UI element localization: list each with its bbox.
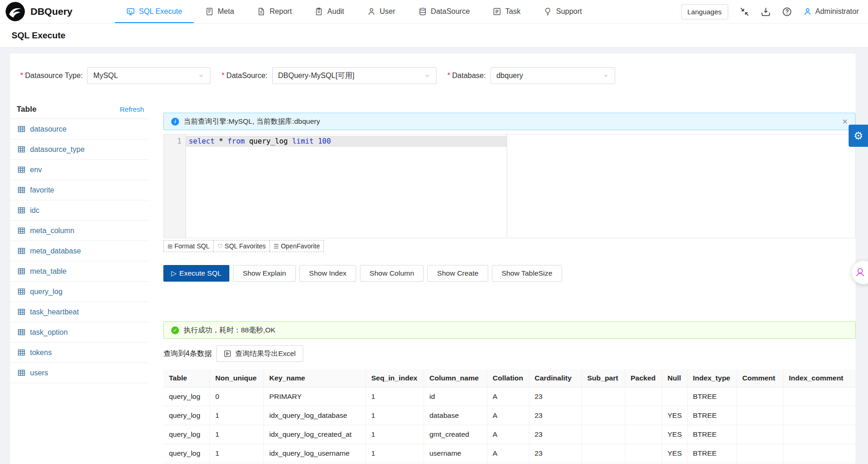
- nav-item-label: Meta: [218, 7, 234, 16]
- refresh-link[interactable]: Refresh: [120, 105, 144, 113]
- editor-gutter: 1: [164, 134, 186, 238]
- column-header-comment: Comment: [736, 369, 783, 387]
- table-icon: [18, 349, 25, 356]
- chevron-down-icon: [198, 72, 204, 79]
- required-asterisk: *: [20, 72, 23, 79]
- clipboard-icon: [315, 7, 323, 16]
- table-icon: [18, 369, 25, 377]
- nav-item-datasource[interactable]: DataSource: [407, 0, 482, 23]
- close-icon[interactable]: ×: [842, 117, 848, 126]
- database-select[interactable]: dbquery: [491, 67, 615, 84]
- app-title: DBQuery: [30, 6, 72, 17]
- table-item-meta-table[interactable]: meta_table: [10, 261, 149, 282]
- bulb-icon: [544, 7, 552, 16]
- table-item-tokens[interactable]: tokens: [10, 343, 149, 363]
- table-cell: [783, 406, 856, 425]
- execute-sql-button[interactable]: ▷ Execute SQL: [163, 265, 229, 282]
- table-icon: [18, 206, 25, 214]
- main-nav: SQL ExecuteMetaReportAuditUserDataSource…: [115, 0, 593, 23]
- column-header-seq-in-index: Seq_in_index: [365, 369, 424, 387]
- table-cell: 1: [210, 444, 263, 463]
- show-index-button[interactable]: Show Index: [299, 265, 356, 282]
- compress-icon[interactable]: [740, 7, 749, 17]
- show-explain-button[interactable]: Show Explain: [233, 265, 296, 282]
- success-message: 执行成功，耗时：88毫秒,OK: [184, 325, 275, 335]
- table-item-query-log[interactable]: query_log: [10, 282, 149, 302]
- table-item-users[interactable]: users: [10, 363, 149, 383]
- table-name: datasource_type: [30, 145, 84, 154]
- table-icon: [18, 166, 25, 174]
- datasource-select[interactable]: DBQuery-MySQL[可用]: [272, 67, 437, 84]
- database-label: *Database:: [448, 72, 486, 80]
- table-item-meta-column[interactable]: meta_column: [10, 221, 149, 241]
- table-list: datasourcedatasource_typeenvfavoriteidcm…: [10, 119, 149, 383]
- export-excel-button[interactable]: 查询结果导出Excel: [216, 345, 303, 362]
- table-cell: YES: [662, 406, 687, 425]
- datasource-type-select[interactable]: MySQL: [87, 67, 210, 84]
- chevron-down-icon: [603, 72, 609, 79]
- table-item-task-heartbeat[interactable]: task_heartbeat: [10, 302, 149, 322]
- nav-item-user[interactable]: User: [356, 0, 407, 23]
- nav-item-sql-execute[interactable]: SQL Execute: [115, 0, 194, 23]
- table-cell: 1: [365, 425, 424, 444]
- result-table: TableNon_uniqueKey_nameSeq_in_indexColum…: [163, 369, 856, 463]
- table-icon: [18, 227, 25, 235]
- table-cell: YES: [662, 444, 687, 463]
- table-name: meta_table: [30, 267, 66, 276]
- table-item-favorite[interactable]: favorite: [10, 180, 149, 200]
- table-cell: idx_query_log_database: [263, 406, 365, 425]
- table-cell: A: [487, 387, 529, 406]
- nav-item-task[interactable]: Task: [481, 0, 532, 23]
- datasource-type-value: MySQL: [93, 72, 118, 80]
- navbar-right: Languages Administrator: [681, 4, 859, 19]
- show-tablesize-button[interactable]: Show TableSize: [492, 265, 562, 282]
- table-cell: BTREE: [687, 425, 736, 444]
- code-area[interactable]: select * from query_log limit 100: [186, 134, 507, 238]
- table-item-datasource[interactable]: datasource: [10, 119, 149, 139]
- table-cell: [736, 425, 783, 444]
- show-column-button[interactable]: Show Column: [360, 265, 424, 282]
- editor-empty-pane: [507, 134, 855, 238]
- nav-item-meta[interactable]: Meta: [194, 0, 246, 23]
- database-value: dbquery: [497, 72, 523, 80]
- sql-editor: 1 select * from query_log limit 100: [163, 134, 856, 238]
- help-icon[interactable]: [782, 7, 792, 17]
- table-cell: BTREE: [687, 406, 736, 425]
- table-item-meta-database[interactable]: meta_database: [10, 241, 149, 261]
- data-export-icon[interactable]: [761, 7, 771, 17]
- languages-button[interactable]: Languages: [681, 4, 728, 19]
- format-sql-button[interactable]: ⊞Format SQL: [163, 240, 214, 252]
- table-icon: [18, 186, 25, 194]
- code-pane: 1 select * from query_log limit 100: [164, 134, 507, 238]
- table-cell: query_log: [163, 425, 210, 444]
- table-name: favorite: [30, 186, 54, 194]
- table-cell: [783, 387, 856, 406]
- editor-toolbar: ⊞Format SQL♡SQL Favorites☰OpenFavorite: [163, 240, 856, 252]
- table-item-idc[interactable]: idc: [10, 200, 149, 221]
- table-cell: query_log: [163, 444, 210, 463]
- nav-item-report[interactable]: Report: [245, 0, 303, 23]
- table-name: query_log: [30, 288, 62, 296]
- code-line: select * from query_log limit 100: [186, 136, 507, 147]
- sql-favorites-button[interactable]: ♡SQL Favorites: [213, 240, 270, 252]
- assistant-icon: [855, 267, 865, 277]
- table-item-task-option[interactable]: task_option: [10, 322, 149, 343]
- table-cell: idx_query_log_created_at: [263, 425, 365, 444]
- settings-button[interactable]: ⚙: [849, 125, 868, 147]
- nav-item-support[interactable]: Support: [532, 0, 593, 23]
- page-title: SQL Execute: [12, 30, 66, 41]
- show-create-button[interactable]: Show Create: [427, 265, 488, 282]
- openfavorite-button[interactable]: ☰OpenFavorite: [269, 240, 324, 252]
- required-asterisk: *: [221, 72, 224, 79]
- required-asterisk: *: [448, 72, 450, 79]
- user-menu[interactable]: Administrator: [803, 7, 859, 16]
- table-item-env[interactable]: env: [10, 160, 149, 180]
- table-item-datasource-type[interactable]: datasource_type: [10, 139, 149, 160]
- form-item-datasource-type: *Datasource Type: MySQL: [20, 67, 210, 84]
- result-table-wrap: TableNon_uniqueKey_nameSeq_in_indexColum…: [163, 369, 856, 463]
- nav-item-audit[interactable]: Audit: [303, 0, 355, 23]
- table-row: query_log1idx_query_log_created_at1gmt_c…: [163, 425, 856, 444]
- action-row: ▷ Execute SQL Show ExplainShow IndexShow…: [163, 265, 856, 282]
- column-header-column-name: Column_name: [424, 369, 487, 387]
- table-cell: gmt_created: [424, 425, 487, 444]
